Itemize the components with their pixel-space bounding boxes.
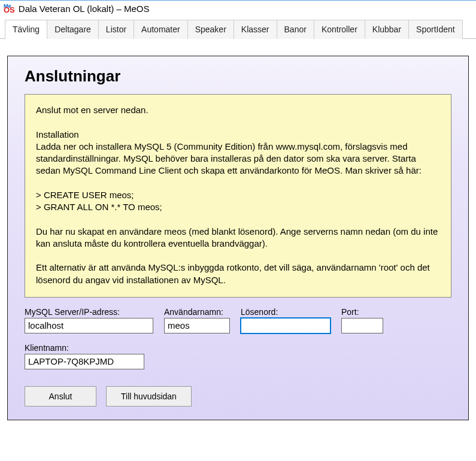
window-titlebar: MeOS Dala Veteran OL (lokalt) – MeOS [0,0,476,17]
tab-sportident[interactable]: SportIdent [408,20,463,39]
page-heading: Anslutningar [25,67,451,86]
port-label: Port: [341,307,383,317]
tab-bar: Tävling Deltagare Listor Automater Speak… [0,19,476,39]
server-input[interactable] [25,318,153,333]
connections-panel: Anslutningar Anslut mot en server nedan.… [7,56,469,420]
server-label: MySQL Server/IP-adress: [25,307,153,317]
tab-deltagare[interactable]: Deltagare [47,20,99,39]
tab-listor[interactable]: Listor [98,20,134,39]
window-title: Dala Veteran OL (lokalt) – MeOS [19,4,150,14]
info-box: Anslut mot en server nedan. Installation… [25,94,451,298]
password-input[interactable] [241,318,331,333]
tab-tavling[interactable]: Tävling [5,20,47,39]
client-input[interactable] [25,354,144,369]
tab-kontroller[interactable]: Kontroller [314,20,365,39]
password-label: Lösenord: [241,307,331,317]
port-input[interactable] [341,318,383,333]
client-label: Klientnamn: [25,343,144,353]
connect-button[interactable]: Anslut [25,386,96,407]
user-input[interactable] [164,318,230,333]
app-icon: MeOS [4,5,15,13]
tab-speaker[interactable]: Speaker [187,20,234,39]
tab-banor[interactable]: Banor [277,20,314,39]
tab-klasser[interactable]: Klasser [234,20,277,39]
tab-klubbar[interactable]: Klubbar [365,20,409,39]
tab-automater[interactable]: Automater [134,20,188,39]
user-label: Användarnamn: [164,307,230,317]
main-page-button[interactable]: Till huvudsidan [106,386,192,407]
